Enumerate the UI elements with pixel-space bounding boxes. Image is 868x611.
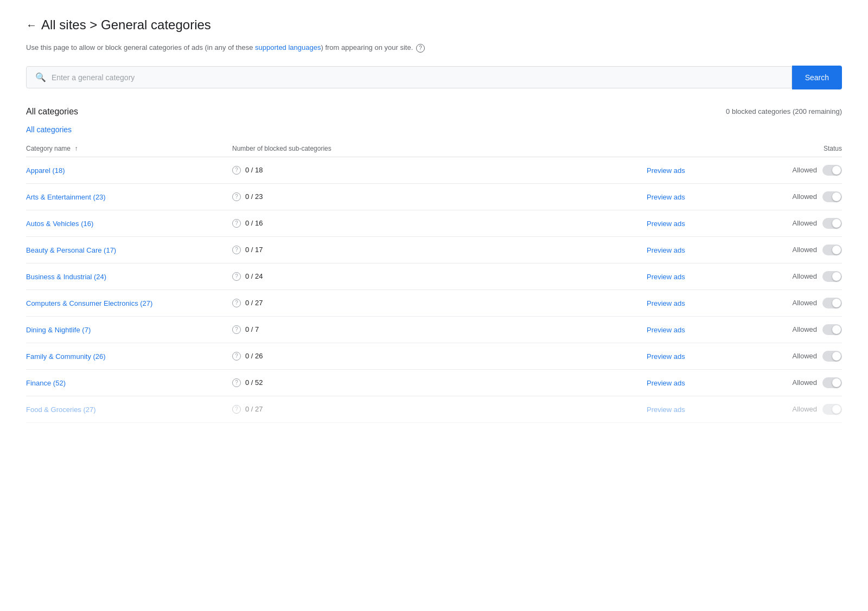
section-header: All categories 0 blocked categories (200… xyxy=(26,107,842,117)
toggle-switch[interactable] xyxy=(822,218,842,229)
table-row: Business & Industrial (24) ? 0 / 24 Prev… xyxy=(26,263,842,290)
info-icon: ? xyxy=(232,325,241,334)
toggle-switch[interactable] xyxy=(822,404,842,415)
category-link[interactable]: Family & Community (26) xyxy=(26,352,106,361)
status-cell: Allowed xyxy=(755,404,842,415)
category-link[interactable]: Finance (52) xyxy=(26,379,66,387)
info-icon: ? xyxy=(232,192,241,201)
toggle-switch[interactable] xyxy=(822,271,842,282)
blocked-cell: ? 0 / 27 xyxy=(232,405,647,414)
preview-cell: Preview ads xyxy=(647,192,755,201)
back-button[interactable]: ← xyxy=(26,19,37,31)
blocked-number: 0 / 7 xyxy=(245,325,259,333)
category-link[interactable]: Business & Industrial (24) xyxy=(26,273,106,281)
toggle-switch[interactable] xyxy=(822,351,842,362)
preview-ads-link[interactable]: Preview ads xyxy=(647,379,685,387)
toggle-switch[interactable] xyxy=(822,298,842,308)
table-row: Apparel (18) ? 0 / 18 Preview ads Allowe… xyxy=(26,157,842,184)
category-link[interactable]: Computers & Consumer Electronics (27) xyxy=(26,299,152,307)
category-link[interactable]: Arts & Entertainment (23) xyxy=(26,193,106,201)
table-header: Category name ↑ Number of blocked sub-ca… xyxy=(26,140,842,157)
toggle-switch[interactable] xyxy=(822,165,842,176)
preview-cell: Preview ads xyxy=(647,352,755,361)
blocked-cell: ? 0 / 17 xyxy=(232,246,647,254)
blocked-cell: ? 0 / 27 xyxy=(232,299,647,307)
column-header-empty xyxy=(647,145,755,152)
toggle-switch[interactable] xyxy=(822,191,842,202)
blocked-cell: ? 0 / 26 xyxy=(232,352,647,361)
info-icon: ? xyxy=(232,272,241,281)
preview-ads-link[interactable]: Preview ads xyxy=(647,406,685,414)
preview-ads-link[interactable]: Preview ads xyxy=(647,326,685,334)
preview-cell: Preview ads xyxy=(647,272,755,281)
category-link[interactable]: Autos & Vehicles (16) xyxy=(26,220,93,228)
preview-cell: Preview ads xyxy=(647,219,755,228)
preview-cell: Preview ads xyxy=(647,246,755,254)
status-label: Allowed xyxy=(792,378,817,387)
status-cell: Allowed xyxy=(755,298,842,308)
preview-ads-link[interactable]: Preview ads xyxy=(647,246,685,254)
supported-languages-link[interactable]: supported languages xyxy=(255,43,321,52)
table-row: Computers & Consumer Electronics (27) ? … xyxy=(26,290,842,317)
page-title: All sites > General categories xyxy=(41,17,211,33)
sort-icon: ↑ xyxy=(74,145,78,152)
status-cell: Allowed xyxy=(755,191,842,202)
category-cell: Business & Industrial (24) xyxy=(26,272,232,281)
info-icon: ? xyxy=(232,219,241,228)
category-link[interactable]: Apparel (18) xyxy=(26,166,65,175)
info-icon: ? xyxy=(232,246,241,254)
blocked-number: 0 / 18 xyxy=(245,166,263,174)
toggle-switch[interactable] xyxy=(822,377,842,388)
status-label: Allowed xyxy=(792,352,817,360)
preview-ads-link[interactable]: Preview ads xyxy=(647,299,685,307)
status-label: Allowed xyxy=(792,299,817,307)
status-cell: Allowed xyxy=(755,324,842,335)
category-cell: Dining & Nightlife (7) xyxy=(26,325,232,334)
blocked-count: 0 blocked categories (200 remaining) xyxy=(726,107,842,115)
blocked-cell: ? 0 / 16 xyxy=(232,219,647,228)
preview-ads-link[interactable]: Preview ads xyxy=(647,352,685,361)
blocked-number: 0 / 17 xyxy=(245,246,263,254)
table-row: Family & Community (26) ? 0 / 26 Preview… xyxy=(26,343,842,370)
search-icon: 🔍 xyxy=(35,72,46,82)
info-icon: ? xyxy=(232,299,241,307)
preview-ads-link[interactable]: Preview ads xyxy=(647,273,685,281)
preview-ads-link[interactable]: Preview ads xyxy=(647,220,685,228)
search-button[interactable]: Search xyxy=(792,66,842,89)
category-link[interactable]: Food & Groceries (27) xyxy=(26,406,96,414)
preview-cell: Preview ads xyxy=(647,378,755,387)
search-input[interactable] xyxy=(52,73,783,82)
category-table: Apparel (18) ? 0 / 18 Preview ads Allowe… xyxy=(26,157,842,423)
help-icon: ? xyxy=(416,44,425,53)
subtitle: Use this page to allow or block general … xyxy=(26,43,842,53)
category-cell: Beauty & Personal Care (17) xyxy=(26,246,232,254)
blocked-cell: ? 0 / 7 xyxy=(232,325,647,334)
info-icon: ? xyxy=(232,352,241,361)
category-cell: Finance (52) xyxy=(26,378,232,387)
category-link[interactable]: Dining & Nightlife (7) xyxy=(26,326,91,334)
preview-ads-link[interactable]: Preview ads xyxy=(647,193,685,201)
table-row: Finance (52) ? 0 / 52 Preview ads Allowe… xyxy=(26,370,842,396)
preview-ads-link[interactable]: Preview ads xyxy=(647,166,685,175)
preview-cell: Preview ads xyxy=(647,166,755,175)
all-categories-filter-link[interactable]: All categories xyxy=(26,125,72,134)
category-link[interactable]: Beauty & Personal Care (17) xyxy=(26,246,116,254)
toggle-switch[interactable] xyxy=(822,245,842,255)
info-icon: ? xyxy=(232,378,241,387)
blocked-number: 0 / 26 xyxy=(245,352,263,360)
table-row: Beauty & Personal Care (17) ? 0 / 17 Pre… xyxy=(26,237,842,263)
table-row: Autos & Vehicles (16) ? 0 / 16 Preview a… xyxy=(26,210,842,237)
preview-cell: Preview ads xyxy=(647,405,755,414)
toggle-switch[interactable] xyxy=(822,324,842,335)
section-title: All categories xyxy=(26,107,78,117)
search-bar: 🔍 Search xyxy=(26,66,842,89)
blocked-cell: ? 0 / 52 xyxy=(232,378,647,387)
status-label: Allowed xyxy=(792,405,817,413)
blocked-number: 0 / 27 xyxy=(245,405,263,413)
blocked-number: 0 / 27 xyxy=(245,299,263,307)
blocked-cell: ? 0 / 18 xyxy=(232,166,647,175)
column-header-category[interactable]: Category name ↑ xyxy=(26,145,232,152)
blocked-number: 0 / 24 xyxy=(245,272,263,280)
status-label: Allowed xyxy=(792,272,817,280)
status-cell: Allowed xyxy=(755,271,842,282)
